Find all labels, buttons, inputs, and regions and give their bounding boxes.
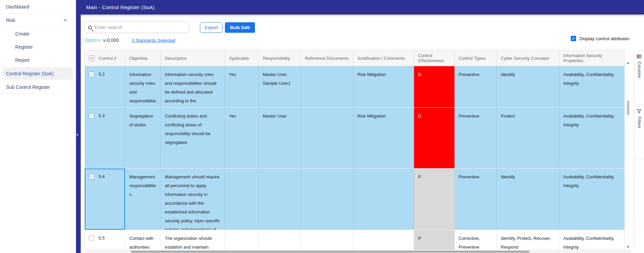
right-panel-tabs: Columns Filters: [634, 50, 644, 250]
column-header-control-number[interactable]: Control #: [85, 50, 125, 66]
sidebar-collapse-rail[interactable]: ‹: [76, 0, 81, 253]
vertical-scrollbar-thumb[interactable]: [627, 100, 629, 115]
cell-control-effectiveness[interactable]: D: [414, 108, 455, 168]
cell-responsibility[interactable]: Master User, Sample User1: [259, 66, 301, 107]
cell-responsibility[interactable]: [259, 230, 301, 250]
standards-selected-link[interactable]: 3 Standards Selected: [132, 38, 175, 43]
sidebar-item-label: Risk: [6, 18, 15, 23]
cell-control-number[interactable]: 5.5: [85, 230, 125, 250]
row-checkbox[interactable]: [89, 174, 94, 179]
cell-objective[interactable]: Contact with authorities: [125, 230, 161, 250]
cell-information-security-properties[interactable]: Availability, Confidentiality, Integrity: [559, 230, 625, 250]
select-all-checkbox[interactable]: [89, 55, 94, 61]
cell-control-types[interactable]: Preventive: [455, 108, 497, 168]
row-checkbox[interactable]: [89, 72, 94, 77]
cell-reference-documents[interactable]: [301, 169, 353, 230]
page-header: Main - Control Register (SoA): [76, 0, 644, 15]
cell-description[interactable]: Conflicting duties and conflicting areas…: [161, 108, 225, 168]
cell-justification[interactable]: Risk Mitigation: [353, 108, 414, 168]
cell-objective[interactable]: Information security roles and responsib…: [125, 66, 161, 107]
horizontal-scrollbar[interactable]: [84, 250, 631, 253]
column-header-information-security-properties[interactable]: Information Security Properties: [559, 50, 625, 66]
display-control-attributes-toggle[interactable]: Display control attributes: [571, 36, 629, 41]
cell-cyber-security-concepts[interactable]: Identify, Protect, Recover, Respond: [497, 230, 559, 250]
cell-reference-documents[interactable]: [301, 66, 353, 107]
sidebar-item-label: Report: [15, 57, 29, 63]
cell-reference-documents[interactable]: [301, 230, 353, 250]
cell-description[interactable]: Management should require all personnel …: [161, 169, 225, 230]
cell-applicable[interactable]: Yes: [225, 66, 259, 107]
chevron-left-icon[interactable]: ‹: [77, 132, 78, 137]
options-link[interactable]: Options: [84, 37, 101, 43]
sidebar-item-label: Sub Control Register: [6, 84, 50, 90]
scroll-down-icon[interactable]: ▼: [626, 245, 630, 249]
cell-description[interactable]: The organization should establish and ma…: [161, 230, 225, 250]
scroll-up-icon[interactable]: ▲: [626, 61, 630, 65]
table-row: 5.4 Management responsibilities Manageme…: [85, 169, 624, 230]
vertical-scrollbar[interactable]: ▲ ▼: [625, 50, 631, 250]
sidebar-item-create[interactable]: Create: [0, 27, 76, 40]
cell-control-effectiveness[interactable]: D: [414, 66, 455, 107]
display-attributes-checkbox[interactable]: [571, 36, 576, 41]
column-header-justification[interactable]: Justification / Comments: [353, 50, 414, 66]
cell-cyber-security-concepts[interactable]: Identify: [497, 169, 559, 230]
cell-control-effectiveness[interactable]: P: [414, 169, 455, 230]
column-header-description[interactable]: Description: [161, 50, 225, 66]
cell-justification[interactable]: [353, 230, 414, 250]
cell-information-security-properties[interactable]: Availability, Confidentiality, Integrity: [559, 66, 625, 107]
cell-control-number[interactable]: 5.2: [85, 66, 125, 107]
sidebar-item-label: Dashboard: [6, 4, 29, 9]
chevron-down-icon: [63, 18, 67, 21]
bulk-edit-button[interactable]: Bulk Edit: [225, 22, 255, 33]
cell-control-types[interactable]: Corrective, Preventive: [455, 230, 497, 250]
cell-description[interactable]: Information security roles and responsib…: [161, 66, 225, 107]
sidebar-item-report[interactable]: Report: [0, 53, 76, 67]
horizontal-scrollbar-thumb[interactable]: [131, 251, 530, 253]
display-attributes-label: Display control attributes: [579, 36, 629, 41]
version-label: v-0.000: [103, 37, 119, 43]
row-checkbox[interactable]: [89, 235, 94, 241]
cell-control-number[interactable]: 5.3: [85, 108, 125, 168]
cell-cyber-security-concepts[interactable]: Protect: [497, 108, 559, 168]
cell-responsibility[interactable]: Master User: [259, 108, 301, 168]
export-button[interactable]: Export: [200, 22, 223, 33]
cell-control-types[interactable]: Preventive: [455, 169, 497, 230]
sidebar-item-control-register-soa[interactable]: Control Register (SoA): [3, 67, 73, 80]
cell-applicable[interactable]: Yes: [225, 108, 259, 168]
cell-reference-documents[interactable]: [301, 108, 353, 168]
column-header-objective[interactable]: Objective: [125, 50, 161, 66]
tab-columns[interactable]: Columns: [634, 50, 644, 105]
search-input[interactable]: [95, 25, 189, 30]
row-checkbox[interactable]: [89, 113, 94, 119]
cell-control-effectiveness[interactable]: P: [414, 230, 455, 250]
table-row: 5.3 Segregation of duties Conflicting du…: [85, 108, 624, 169]
cell-responsibility[interactable]: [259, 169, 301, 230]
table-row: 5.5 Contact with authorities The organiz…: [85, 230, 624, 250]
search-icon: [88, 26, 92, 29]
search-box[interactable]: [84, 22, 189, 33]
cell-applicable[interactable]: [225, 230, 259, 250]
sidebar-item-dashboard[interactable]: Dashboard: [0, 0, 76, 13]
column-header-reference-documents[interactable]: Reference Documents: [301, 50, 353, 66]
cell-objective[interactable]: Management responsibilities: [125, 169, 161, 230]
divider: [0, 94, 76, 94]
cell-control-types[interactable]: Preventive: [455, 66, 497, 107]
sidebar-item-register[interactable]: Register: [0, 40, 76, 53]
sidebar-item-risk[interactable]: Risk: [0, 14, 76, 27]
cell-applicable[interactable]: [225, 169, 259, 230]
column-header-control-types[interactable]: Control Types: [455, 50, 497, 66]
sidebar-item-label: Register: [15, 44, 33, 50]
cell-justification[interactable]: Risk Mitigation: [353, 66, 414, 107]
cell-cyber-security-concepts[interactable]: Identify: [497, 66, 559, 107]
cell-information-security-properties[interactable]: Availability, Confidentiality, Integrity: [559, 169, 625, 230]
cell-objective[interactable]: Segregation of duties: [125, 108, 161, 168]
cell-justification[interactable]: [353, 169, 414, 230]
tab-filters[interactable]: Filters: [634, 105, 644, 159]
cell-control-number[interactable]: 5.4: [85, 169, 125, 230]
column-header-responsibility[interactable]: Responsibility: [259, 50, 301, 66]
column-header-cyber-security-concepts[interactable]: Cyber Security Concepts: [497, 50, 559, 66]
sidebar-item-sub-control-register[interactable]: Sub Control Register: [0, 80, 76, 94]
column-header-applicable[interactable]: Applicable: [225, 50, 259, 66]
cell-information-security-properties[interactable]: Availability, Confidentiality, Integrity: [559, 108, 625, 168]
column-header-control-effectiveness[interactable]: Control Effectiveness: [414, 50, 455, 66]
